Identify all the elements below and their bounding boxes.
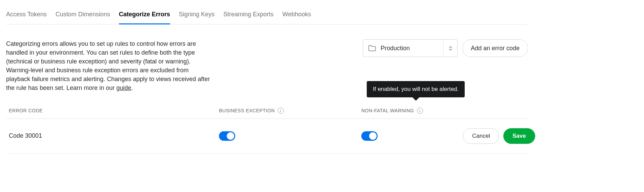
tab-webhooks[interactable]: Webhooks: [282, 8, 311, 24]
col-non-fatal-warning: NON-FATAL WARNING i: [361, 108, 463, 114]
table-row: Code 30001 Cancel Save: [6, 119, 528, 154]
tab-signing-keys[interactable]: Signing Keys: [179, 8, 215, 24]
info-icon[interactable]: i: [278, 108, 284, 114]
select-stepper-icon: [443, 40, 457, 57]
col-non-fatal-warning-label: NON-FATAL WARNING: [361, 108, 414, 113]
tab-categorize-errors[interactable]: Categorize Errors: [119, 8, 170, 24]
non-fatal-warning-toggle[interactable]: [361, 131, 378, 141]
tab-streaming-exports[interactable]: Streaming Exports: [223, 8, 274, 24]
error-code-value: Code 30001: [9, 132, 219, 139]
tab-access-tokens[interactable]: Access Tokens: [6, 8, 47, 24]
cancel-button[interactable]: Cancel: [463, 128, 499, 144]
environment-select[interactable]: Production: [363, 39, 458, 57]
settings-tabs: Access Tokens Custom Dimensions Categori…: [6, 8, 528, 24]
col-error-code-label: ERROR CODE: [9, 108, 43, 113]
description-text: Categorizing errors allows you to set up…: [6, 40, 210, 91]
add-error-code-button[interactable]: Add an error code: [462, 39, 528, 57]
business-exception-toggle[interactable]: [219, 131, 235, 141]
guide-link[interactable]: guide: [116, 84, 131, 91]
page-description: Categorizing errors allows you to set up…: [6, 39, 213, 93]
environment-value: Production: [381, 45, 443, 52]
info-icon[interactable]: i: [417, 108, 423, 114]
col-error-code: ERROR CODE: [9, 108, 219, 113]
save-button[interactable]: Save: [503, 128, 535, 144]
folder-icon: [368, 45, 376, 51]
col-business-exception-label: BUSINESS EXCEPTION: [219, 108, 275, 113]
col-business-exception: BUSINESS EXCEPTION i: [219, 108, 361, 114]
description-suffix: .: [131, 84, 133, 91]
tab-custom-dimensions[interactable]: Custom Dimensions: [56, 8, 110, 24]
tooltip-non-fatal-warning: If enabled, you will not be alerted.: [367, 81, 465, 97]
